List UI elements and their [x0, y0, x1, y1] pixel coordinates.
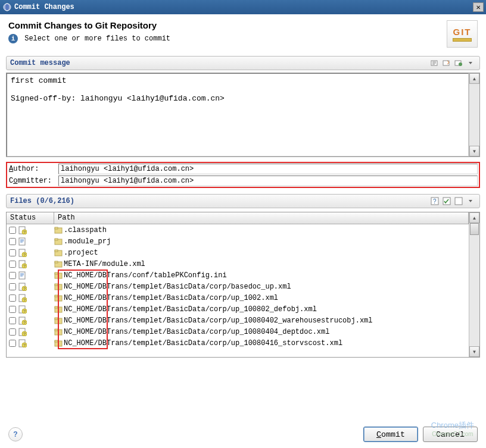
- scroll-up-icon[interactable]: ▲: [469, 212, 479, 223]
- col-status[interactable]: Status: [7, 212, 54, 224]
- col-path[interactable]: Path: [54, 212, 469, 224]
- table-row[interactable]: ?.project: [7, 247, 469, 258]
- table-row[interactable]: ?NC_HOME/DBTrans/templet/BasicData/corp/…: [7, 326, 469, 337]
- row-checkbox[interactable]: [9, 328, 16, 336]
- close-button[interactable]: ✕: [473, 2, 484, 12]
- file-status-icon: ?: [18, 339, 27, 347]
- author-input[interactable]: [58, 164, 478, 174]
- commit-message-textarea[interactable]: [7, 73, 469, 156]
- file-path: NC_HOME/DBTrans/templet/BasicData/corp/u…: [64, 339, 342, 347]
- svg-rect-14: [55, 227, 58, 229]
- file-path: META-INF/module.xml: [64, 260, 145, 268]
- table-row[interactable]: ?NC_HOME/DBTrans/templet/BasicData/corp/…: [7, 281, 469, 292]
- deselect-all-icon[interactable]: [453, 196, 464, 206]
- folder-icon: [54, 283, 63, 291]
- folder-icon: [54, 260, 63, 268]
- svg-point-5: [459, 62, 462, 66]
- svg-rect-17: [55, 239, 58, 240]
- scroll-down-icon[interactable]: ▼: [469, 146, 479, 156]
- table-row[interactable]: .module_prj: [7, 236, 469, 247]
- svg-rect-30: [55, 272, 58, 274]
- scroll-down-icon[interactable]: ▼: [469, 346, 479, 357]
- row-checkbox[interactable]: [9, 283, 16, 290]
- svg-rect-45: [55, 306, 58, 308]
- select-all-icon[interactable]: [441, 196, 452, 206]
- folder-icon: [54, 249, 63, 257]
- author-committer-block: Author: Committer:: [6, 162, 480, 188]
- file-path: .module_prj: [64, 237, 111, 246]
- commit-button[interactable]: Commit: [363, 427, 418, 442]
- table-row[interactable]: ?NC_HOME/DBTrans/templet/BasicData/corp/…: [7, 337, 469, 349]
- committer-input[interactable]: [58, 176, 478, 186]
- commit-message-header: Commit message: [6, 56, 480, 70]
- folder-icon: [54, 328, 63, 336]
- commit-message-panel: ▲ ▼: [6, 73, 480, 157]
- page-title: Commit Changes to Git Repository: [8, 20, 447, 30]
- svg-rect-22: [55, 250, 58, 252]
- git-logo: GIT: [447, 20, 478, 48]
- scroll-up-icon[interactable]: ▲: [469, 73, 479, 84]
- help-button[interactable]: ?: [8, 427, 23, 441]
- svg-rect-55: [55, 329, 58, 331]
- file-path: NC_HOME/DBTrans/conf/tablePKConfig.ini: [64, 271, 227, 280]
- folder-icon: [54, 294, 63, 302]
- file-status-icon: ?: [18, 294, 27, 302]
- table-header: Status Path: [7, 212, 469, 224]
- svg-rect-35: [55, 284, 58, 286]
- scroll-thumb[interactable]: [470, 223, 479, 235]
- file-status-icon: [18, 237, 27, 246]
- files-scrollbar[interactable]: ▲ ▼: [469, 212, 479, 357]
- folder-icon: [54, 339, 63, 347]
- title-bar: Commit Changes ✕: [0, 0, 486, 14]
- row-checkbox[interactable]: [9, 295, 16, 302]
- file-path: NC_HOME/DBTrans/templet/BasicData/corp/u…: [64, 305, 317, 314]
- amend-icon[interactable]: [429, 58, 440, 68]
- table-row[interactable]: ?META-INF/module.xml: [7, 258, 469, 270]
- svg-text:?: ?: [23, 264, 26, 268]
- signoff-icon[interactable]: [441, 58, 452, 68]
- table-row[interactable]: ?.classpath: [7, 224, 469, 236]
- folder-icon: [54, 226, 63, 234]
- cancel-button[interactable]: Cancel: [423, 427, 478, 442]
- help-files-icon[interactable]: ?: [429, 196, 440, 206]
- eclipse-icon: [2, 2, 12, 12]
- svg-text:?: ?: [23, 332, 26, 336]
- table-row[interactable]: NC_HOME/DBTrans/conf/tablePKConfig.ini: [7, 270, 469, 281]
- svg-rect-27: [55, 261, 58, 263]
- row-checkbox[interactable]: [9, 238, 16, 245]
- svg-rect-50: [55, 318, 58, 319]
- file-status-icon: [18, 271, 27, 280]
- page-subtitle: i Select one or more files to commit: [8, 34, 447, 43]
- dropdown-icon[interactable]: [465, 58, 476, 68]
- row-checkbox[interactable]: [9, 227, 16, 234]
- files-panel: Status Path ?.classpath.module_prj?.proj…: [6, 212, 480, 358]
- file-status-icon: ?: [18, 226, 27, 234]
- svg-text:?: ?: [433, 198, 437, 205]
- svg-rect-28: [19, 272, 25, 279]
- row-checkbox[interactable]: [9, 249, 16, 256]
- row-checkbox[interactable]: [9, 261, 16, 268]
- file-path: NC_HOME/DBTrans/templet/BasicData/corp/b…: [64, 283, 291, 291]
- svg-rect-60: [55, 340, 58, 342]
- table-row[interactable]: ?NC_HOME/DBTrans/templet/BasicData/corp/…: [7, 315, 469, 326]
- file-status-icon: ?: [18, 249, 27, 257]
- table-row[interactable]: ?NC_HOME/DBTrans/templet/BasicData/corp/…: [7, 292, 469, 303]
- table-row[interactable]: ?NC_HOME/DBTrans/templet/BasicData/corp/…: [7, 303, 469, 315]
- file-path: NC_HOME/DBTrans/templet/BasicData/corp/u…: [64, 328, 329, 336]
- file-status-icon: ?: [18, 283, 27, 291]
- folder-icon: [54, 317, 63, 325]
- svg-text:?: ?: [23, 309, 26, 314]
- file-path: NC_HOME/DBTrans/templet/BasicData/corp/u…: [64, 317, 372, 325]
- scrollbar[interactable]: ▲ ▼: [469, 73, 479, 156]
- changeid-icon[interactable]: [453, 58, 464, 68]
- row-checkbox[interactable]: [9, 317, 16, 324]
- dropdown-files-icon[interactable]: [465, 196, 476, 206]
- file-path: NC_HOME/DBTrans/templet/BasicData/corp/u…: [64, 294, 278, 302]
- row-checkbox[interactable]: [9, 272, 16, 279]
- svg-rect-15: [19, 238, 25, 245]
- row-checkbox[interactable]: [9, 340, 16, 347]
- row-checkbox[interactable]: [9, 306, 16, 313]
- file-status-icon: ?: [18, 260, 27, 268]
- folder-icon: [54, 271, 63, 280]
- window-title: Commit Changes: [14, 3, 473, 11]
